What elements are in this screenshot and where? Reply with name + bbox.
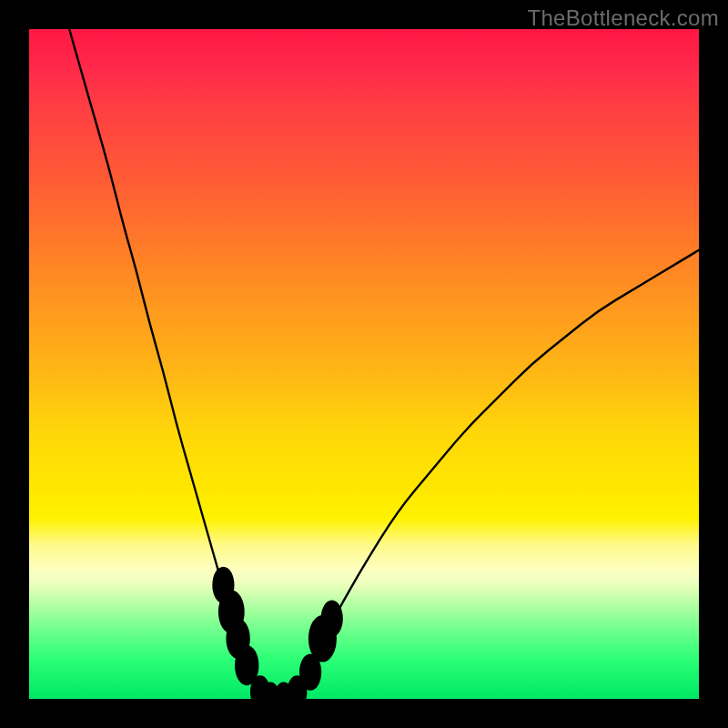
bottleneck-curve	[69, 29, 699, 699]
bottleneck-curve-svg	[29, 29, 699, 699]
curve-markers	[212, 567, 343, 716]
plot-area	[29, 29, 699, 699]
watermark-text: TheBottleneck.com	[527, 5, 719, 31]
curve-marker	[321, 601, 343, 637]
chart-frame: TheBottleneck.com	[0, 0, 728, 728]
